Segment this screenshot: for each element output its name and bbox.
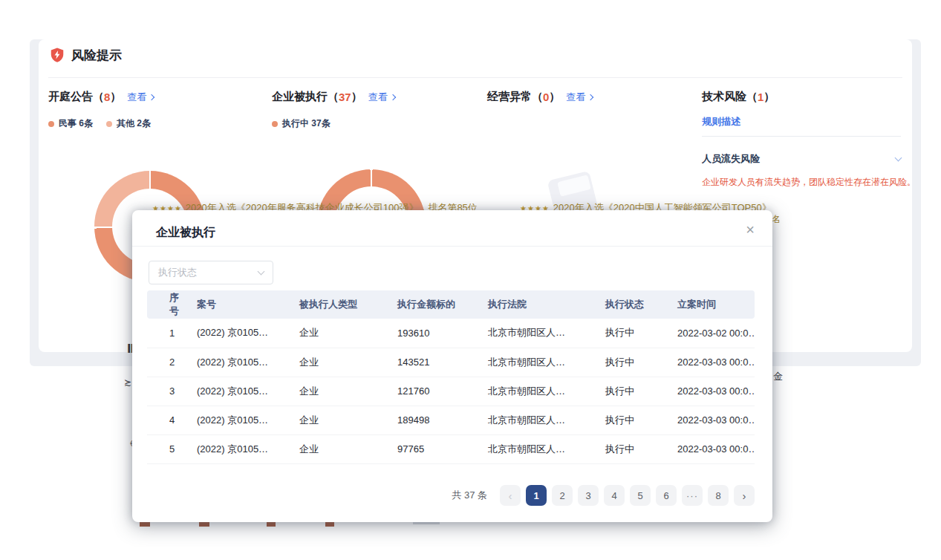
page-title: 风险提示 bbox=[71, 47, 122, 64]
section-title: 企业被执行 bbox=[272, 90, 328, 104]
shield-risk-icon bbox=[49, 47, 65, 63]
pagination-ellipsis-button[interactable]: ··· bbox=[682, 485, 703, 506]
risk-detail-text: 企业研发人员有流失趋势，团队稳定性存在潜在风险。 bbox=[702, 175, 916, 189]
legend-dot-icon bbox=[48, 121, 54, 127]
section-count: 37 bbox=[339, 91, 351, 103]
pagination-page-button[interactable]: 3 bbox=[578, 485, 599, 506]
pagination-page-button[interactable]: 8 bbox=[708, 485, 729, 506]
pagination-page-button[interactable]: 6 bbox=[656, 485, 677, 506]
pagination-page-button[interactable]: 1 bbox=[526, 485, 547, 506]
col-header: 执行金额标的 bbox=[388, 290, 479, 319]
occluded-text-fragment: ≿ bbox=[124, 377, 131, 388]
view-link-enforcement[interactable]: 查看 bbox=[368, 91, 395, 104]
legend-item: 民事 6条 bbox=[48, 117, 93, 130]
arrow-right-icon bbox=[149, 94, 154, 100]
view-link-abnormal[interactable]: 查看 bbox=[566, 91, 593, 104]
execution-status-select[interactable]: 执行状态 bbox=[149, 261, 273, 284]
rule-description-link[interactable]: 规则描述 bbox=[702, 115, 740, 128]
section-count: 1 bbox=[758, 91, 763, 103]
view-link-court[interactable]: 查看 bbox=[127, 91, 154, 104]
col-header: 执行状态 bbox=[596, 290, 668, 319]
section-count: 0 bbox=[543, 91, 549, 103]
occluded-text-fragment: 名 bbox=[772, 213, 781, 226]
section-enforcement: 企业被执行 （ 37 ） 查看 bbox=[272, 90, 395, 104]
col-header: 被执行人类型 bbox=[290, 290, 388, 319]
pagination-next-button[interactable]: › bbox=[734, 485, 755, 506]
col-header: 执行法院 bbox=[479, 290, 596, 319]
pagination: 共 37 条 ‹ 1 2 3 4 5 6 ··· 8 › bbox=[147, 485, 755, 506]
risk-collapse-row[interactable]: 人员流失风险 bbox=[702, 152, 901, 166]
table-row: 1(2022) 京0105…企业193610北京市朝阳区人…执行中2022-03… bbox=[147, 319, 755, 348]
col-header: 序号 bbox=[147, 290, 188, 319]
table-row: 2(2022) 京0105…企业143521北京市朝阳区人…执行中2022-03… bbox=[147, 348, 755, 377]
select-placeholder: 执行状态 bbox=[158, 266, 197, 279]
section-count: 8 bbox=[104, 91, 110, 103]
pagination-prev-button[interactable]: ‹ bbox=[500, 485, 521, 506]
section-title: 经营异常 bbox=[487, 90, 532, 104]
chevron-down-icon bbox=[258, 268, 265, 276]
header-divider bbox=[48, 77, 902, 78]
occluded-text-fragment: 金 bbox=[773, 370, 783, 383]
arrow-right-icon bbox=[587, 94, 593, 100]
legend-dot-icon bbox=[106, 121, 112, 127]
table-row: 4(2022) 京0105…企业189498北京市朝阳区人…执行中2022-03… bbox=[147, 406, 755, 434]
legend-enforcement: 执行中 37条 bbox=[272, 117, 331, 130]
divider bbox=[702, 136, 901, 137]
table-header-row: 序号 案号 被执行人类型 执行金额标的 执行法院 执行状态 立案时间 bbox=[147, 290, 755, 319]
pagination-page-button[interactable]: 5 bbox=[630, 485, 651, 506]
col-header: 立案时间 bbox=[668, 290, 755, 319]
section-court-announcement: 开庭公告 （ 8 ） 查看 bbox=[48, 90, 154, 104]
close-icon[interactable]: × bbox=[743, 219, 758, 240]
legend-dot-icon bbox=[272, 121, 278, 127]
enforcement-table: 序号 案号 被执行人类型 执行金额标的 执行法院 执行状态 立案时间 1(202… bbox=[147, 290, 755, 464]
modal-title: 企业被执行 bbox=[156, 225, 215, 241]
legend-court: 民事 6条 其他 2条 bbox=[48, 117, 151, 130]
chevron-down-icon[interactable] bbox=[895, 154, 902, 161]
pagination-page-button[interactable]: 2 bbox=[552, 485, 573, 506]
pagination-total: 共 37 条 bbox=[452, 489, 487, 502]
table-row: 3(2022) 京0105…企业121760北京市朝阳区人…执行中2022-03… bbox=[147, 377, 755, 406]
risk-name: 人员流失风险 bbox=[702, 152, 760, 166]
section-tech-risk: 技术风险 （ 1 ） bbox=[702, 90, 775, 104]
table-row: 5(2022) 京0105…企业97765北京市朝阳区人…执行中2022-03-… bbox=[147, 434, 755, 463]
section-abnormal-operation: 经营异常 （ 0 ） 查看 bbox=[487, 90, 593, 104]
section-title: 技术风险 bbox=[702, 90, 746, 104]
enforcement-modal: 企业被执行 × 执行状态 序号 案号 被执行人类型 执行金额标的 执行法院 执行… bbox=[132, 210, 772, 522]
legend-item: 其他 2条 bbox=[106, 117, 151, 130]
pagination-page-button[interactable]: 4 bbox=[604, 485, 625, 506]
divider bbox=[132, 246, 772, 247]
legend-item: 执行中 37条 bbox=[272, 117, 331, 130]
page: 风险提示 开庭公告 （ 8 ） 查看 民事 6条 其他 2条 企业被执行 （ 3… bbox=[0, 0, 941, 560]
section-title: 开庭公告 bbox=[48, 90, 93, 104]
arrow-right-icon bbox=[389, 94, 395, 100]
col-header: 案号 bbox=[188, 290, 290, 319]
